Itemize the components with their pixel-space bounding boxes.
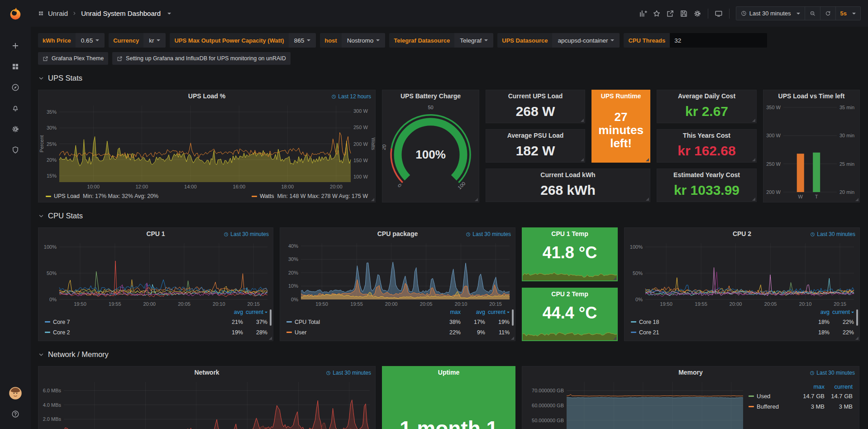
variable-value-dropdown[interactable]: kr bbox=[143, 33, 166, 48]
legend-sort-avg[interactable]: avg bbox=[219, 309, 243, 315]
section-cpu-stats[interactable]: CPU Stats bbox=[38, 212, 861, 220]
stat-value: 268 W bbox=[486, 102, 585, 123]
refresh-button[interactable] bbox=[820, 7, 835, 20]
legend-series[interactable]: Core 21 bbox=[639, 329, 659, 336]
stat-value: 268 kWh bbox=[486, 181, 650, 202]
variable-value-dropdown[interactable]: 865 bbox=[289, 33, 316, 48]
variable-label: CPU Threads bbox=[624, 33, 670, 48]
panel-title[interactable]: UPS Load % bbox=[38, 90, 375, 102]
dashboard-link-grafana-plex-theme[interactable]: Grafana Plex Theme bbox=[38, 52, 108, 65]
svg-text:100%: 100% bbox=[44, 244, 57, 250]
legend-row: Core 21 18% 22% bbox=[631, 327, 854, 337]
dashboard-settings-button[interactable] bbox=[691, 7, 704, 20]
legend-sort-current[interactable]: current bbox=[243, 309, 267, 315]
sidebar-item-help[interactable] bbox=[0, 404, 31, 424]
section-network-memory[interactable]: Network / Memory bbox=[38, 350, 861, 359]
sidebar-item-alerting[interactable] bbox=[0, 98, 31, 119]
svg-text:19:55: 19:55 bbox=[109, 301, 121, 307]
panel-title[interactable]: CPU 1 Temp bbox=[522, 228, 617, 240]
variable-value-dropdown[interactable]: 0.65 bbox=[76, 33, 105, 48]
zoom-out-button[interactable] bbox=[805, 7, 820, 20]
legend-sort-avg[interactable]: avg bbox=[805, 309, 830, 315]
sort-caret-icon bbox=[265, 312, 267, 313]
svg-text:150 W: 150 W bbox=[353, 158, 368, 163]
legend-series[interactable]: Core 18 bbox=[639, 319, 659, 325]
chevron-down-icon bbox=[38, 213, 44, 219]
panel-title[interactable]: UPS Battery Charge bbox=[382, 90, 479, 102]
cpu-threads-input[interactable] bbox=[670, 33, 767, 48]
sidebar-item-server-admin[interactable] bbox=[0, 140, 31, 160]
panel-title[interactable]: Network bbox=[38, 366, 375, 378]
legend-series[interactable]: Core 2 bbox=[53, 329, 70, 336]
panel-title[interactable]: Average PSU Load bbox=[486, 130, 585, 141]
title-caret-icon[interactable] bbox=[167, 13, 171, 14]
ups-stat-grid: Current UPS Load 268 W UPS Runtime 27 mi… bbox=[486, 90, 650, 202]
cpu1-chart[interactable]: 0%50%100%19:5019:5520:0020:0520:1020:15 bbox=[38, 240, 273, 308]
sidebar-item-configuration[interactable] bbox=[0, 119, 31, 140]
avatar-icon bbox=[9, 386, 22, 400]
legend-sort-current[interactable]: current bbox=[485, 309, 510, 315]
series-swatch bbox=[631, 321, 636, 323]
grafana-logo[interactable] bbox=[0, 0, 31, 27]
network-chart[interactable]: 2.0 MBs4.0 MBs6.0 MBs19:5019:5520:0020:0… bbox=[38, 378, 375, 429]
section-ups-stats[interactable]: UPS Stats bbox=[38, 74, 861, 82]
legend-series[interactable]: CPU Total bbox=[295, 319, 320, 325]
series-swatch bbox=[252, 196, 257, 197]
legend-sort-max[interactable]: max bbox=[800, 383, 825, 390]
variable-value-dropdown[interactable]: Nostromo bbox=[342, 33, 386, 48]
variable-value-dropdown[interactable]: Telegraf bbox=[454, 33, 493, 48]
cycle-view-mode-button[interactable] bbox=[712, 7, 725, 20]
legend-series-ups-load[interactable]: UPS Load bbox=[54, 193, 80, 199]
cpu2-chart[interactable]: 0%50%100%19:5019:5520:0020:0520:1020:15 bbox=[625, 240, 859, 308]
time-range-picker[interactable]: Last 30 minutes bbox=[736, 7, 805, 20]
chevron-down-icon bbox=[38, 352, 44, 358]
sidebar-item-explore[interactable] bbox=[0, 77, 31, 98]
breadcrumb-folder[interactable]: Unraid bbox=[48, 10, 68, 17]
save-dashboard-button[interactable] bbox=[677, 7, 691, 20]
panel-title[interactable]: Uptime bbox=[382, 366, 515, 378]
user-avatar[interactable] bbox=[0, 383, 31, 404]
panel-title[interactable]: This Years Cost bbox=[657, 130, 756, 141]
ups-load-vs-time-chart[interactable]: 350 W300 W250 W200 W35 min30 min25 min20… bbox=[763, 102, 859, 200]
cpu-stats-row: CPU 1 Last 30 minutes 0%50%100%19:5019:5… bbox=[38, 227, 861, 341]
panel-title[interactable]: Current Load kWh bbox=[486, 169, 650, 181]
share-dashboard-button[interactable] bbox=[663, 7, 677, 20]
legend-sort-avg[interactable]: avg bbox=[461, 309, 485, 315]
memory-chart[interactable]: 50.000000 GB60.000000 GB70.000000 GB19:5… bbox=[522, 378, 749, 429]
external-link-icon bbox=[43, 56, 48, 62]
legend-scrollbar[interactable] bbox=[512, 309, 514, 326]
legend-series-watts[interactable]: Watts bbox=[260, 193, 274, 199]
svg-text:16:00: 16:00 bbox=[233, 184, 246, 189]
refresh-interval-picker[interactable]: 5s bbox=[835, 7, 860, 20]
panel-title[interactable]: Current UPS Load bbox=[486, 90, 585, 102]
cpu-package-chart[interactable]: 0%10%20%30%40%19:5019:5520:0020:0520:102… bbox=[280, 240, 515, 308]
panel-title[interactable]: UPS Load vs Time left bbox=[763, 90, 859, 102]
ups-load-legend: UPS Load Min: 17% Max: 32% Avg: 20% Watt… bbox=[38, 191, 375, 202]
legend-series[interactable]: Used bbox=[757, 393, 770, 400]
sidebar-item-dashboards[interactable] bbox=[0, 56, 31, 77]
dashboard-link-ups-monitoring-guide[interactable]: Setting up Grafana and InfluxDB for UPS … bbox=[112, 52, 291, 65]
panel-title[interactable]: UPS Runtime bbox=[592, 90, 650, 102]
svg-text:50: 50 bbox=[428, 105, 433, 110]
panel-title[interactable]: Estimated Yearly Cost bbox=[657, 169, 756, 181]
legend-series[interactable]: Core 7 bbox=[53, 319, 70, 325]
sidebar-item-create[interactable] bbox=[0, 35, 31, 56]
breadcrumb: Unraid Unraid System Dashboard bbox=[38, 10, 171, 17]
legend-sort-max[interactable]: max bbox=[436, 309, 461, 315]
legend-sort-current[interactable]: current bbox=[830, 309, 854, 315]
series-swatch bbox=[749, 395, 754, 397]
legend-sort-current[interactable]: current bbox=[825, 383, 853, 390]
panel-title[interactable]: Memory bbox=[522, 366, 859, 378]
legend-scrollbar[interactable] bbox=[856, 309, 858, 326]
add-panel-button[interactable] bbox=[636, 7, 650, 20]
panel-title[interactable]: Average Daily Cost bbox=[657, 90, 756, 102]
star-dashboard-button[interactable] bbox=[650, 7, 663, 20]
question-icon bbox=[11, 410, 19, 418]
legend-scrollbar[interactable] bbox=[270, 309, 272, 326]
legend-series[interactable]: User bbox=[295, 329, 306, 336]
panel-title[interactable]: CPU 2 Temp bbox=[522, 288, 617, 300]
dashboard-title[interactable]: Unraid System Dashboard bbox=[81, 10, 161, 17]
variable-value-dropdown[interactable]: apcupsd-container bbox=[552, 33, 620, 48]
ups-load-chart[interactable]: 15%20%25%30%35%100 W150 W200 W250 W300 W… bbox=[38, 102, 375, 191]
legend-series[interactable]: Buffered bbox=[757, 403, 779, 410]
